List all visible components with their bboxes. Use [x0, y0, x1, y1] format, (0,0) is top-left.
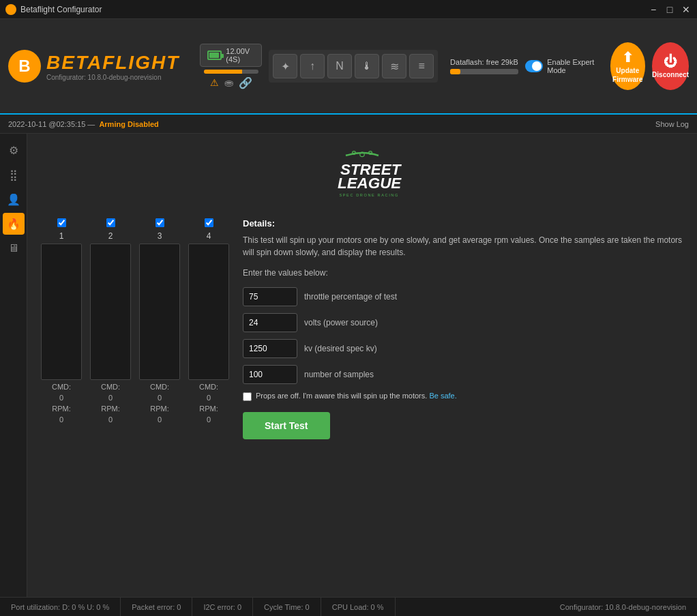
- samples-row: number of samples: [243, 365, 683, 384]
- sidebar-item-osd[interactable]: 🖥: [3, 237, 25, 259]
- battery-section: 12.00V (4S) ⚠ ⛂ 🔗: [200, 44, 262, 89]
- motor-3-checkbox[interactable]: [155, 218, 164, 227]
- sidebar: ⚙ ⣿ 👤 🔥 🖥: [0, 134, 27, 597]
- show-log-button[interactable]: Show Log: [655, 120, 689, 128]
- nav-more-btn[interactable]: ≡: [409, 54, 434, 78]
- disconnect-icon: ⏻: [664, 54, 677, 70]
- cpu-load: CPU Load: 0 %: [321, 598, 396, 616]
- motor-2-number: 2: [108, 231, 113, 241]
- close-button[interactable]: ✕: [681, 4, 692, 15]
- motors-wrapper: 1 CMD: 0 RPM: 0 2 CMD: 0 RPM: 0: [41, 218, 683, 439]
- battery-icon: [207, 50, 222, 60]
- motor-2-cmd-label: CMD:: [101, 383, 120, 391]
- motor-4-checkbox[interactable]: [205, 218, 213, 227]
- motor-3-bar: [139, 244, 180, 380]
- update-label: Update: [616, 67, 639, 74]
- motor-3-number: 3: [158, 231, 162, 241]
- firmware-label: Firmware: [612, 76, 642, 83]
- samples-input[interactable]: [243, 365, 297, 384]
- svg-text:LEAGUE: LEAGUE: [338, 175, 402, 192]
- motor-1-rpm-value: 0: [59, 415, 63, 424]
- parachute-icon: ⛂: [224, 76, 233, 89]
- motor-3-rpm-label: RPM:: [150, 405, 169, 413]
- motor-1-rpm-label: RPM:: [52, 405, 71, 413]
- sidebar-item-motors[interactable]: 🔥: [3, 213, 25, 235]
- sidebar-item-settings[interactable]: ⚙: [3, 139, 25, 161]
- props-checkbox-row: Props are off. I'm aware this will spin …: [243, 391, 683, 401]
- volts-row: volts (power source): [243, 313, 683, 332]
- battery-bar-fill: [204, 70, 242, 74]
- content-area: STREET LEAGUE SPEC DRONE RACING 1 CMD: 0…: [27, 134, 697, 597]
- logo-subtitle: Configurator: 10.8.0-debug-norevision: [46, 74, 179, 81]
- expert-mode-label: Enable Expert Mode: [547, 58, 596, 74]
- details-panel: Details: This test will spin up your mot…: [243, 218, 683, 439]
- nav-signal-btn[interactable]: ≋: [382, 54, 406, 78]
- props-off-checkbox[interactable]: [243, 392, 252, 401]
- minimize-button[interactable]: −: [648, 4, 659, 15]
- i2c-error: I2C error: 0: [192, 598, 253, 616]
- motor-1-number: 1: [59, 231, 64, 241]
- motor-4-cmd-label: CMD:: [199, 383, 218, 391]
- nav-icons: ✦ ↑ N 🌡 ≋ ≡: [269, 50, 438, 83]
- app-icon: [5, 4, 16, 15]
- toolbar: B BETAFLIGHT Configurator: 10.8.0-debug-…: [0, 19, 697, 115]
- nav-up-btn[interactable]: ↑: [300, 54, 325, 78]
- disconnect-button[interactable]: ⏻ Disconnect: [652, 42, 689, 90]
- motor-3-cmd-label: CMD:: [150, 383, 169, 391]
- kv-input[interactable]: [243, 339, 297, 358]
- motor-1-cmd-label: CMD:: [52, 383, 71, 391]
- expert-mode-toggle[interactable]: Enable Expert Mode: [525, 58, 596, 74]
- safe-text: Be safe.: [429, 392, 456, 400]
- motor-1-checkbox[interactable]: [57, 218, 66, 227]
- throttle-input[interactable]: [243, 287, 297, 306]
- battery-box: 12.00V (4S): [200, 44, 262, 67]
- motor-col-3: 3 CMD: 0 RPM: 0: [139, 218, 180, 439]
- logo-area: B BETAFLIGHT Configurator: 10.8.0-debug-…: [8, 50, 179, 83]
- motor-col-4: 4 CMD: 0 RPM: 0: [188, 218, 229, 439]
- street-league-svg: STREET LEAGUE SPEC DRONE RACING: [308, 147, 417, 202]
- window-title: Betaflight Configurator: [20, 5, 102, 14]
- street-league-logo: STREET LEAGUE SPEC DRONE RACING: [41, 147, 683, 202]
- cycle-time: Cycle Time: 0: [253, 598, 321, 616]
- volts-label: volts (power source): [304, 318, 378, 327]
- motor-col-2: 2 CMD: 0 RPM: 0: [90, 218, 131, 439]
- start-test-button[interactable]: Start Test: [243, 412, 330, 439]
- samples-label: number of samples: [304, 370, 374, 379]
- nav-propeller-btn[interactable]: ✦: [273, 54, 297, 78]
- dataflash-bar: [450, 69, 518, 74]
- main-layout: ⚙ ⣿ 👤 🔥 🖥 STREET LEAGUE SPEC DRONE RACI: [0, 134, 697, 597]
- toggle-switch[interactable]: [525, 60, 543, 72]
- motors-left: 1 CMD: 0 RPM: 0 2 CMD: 0 RPM: 0: [41, 218, 229, 439]
- details-title: Details:: [243, 218, 683, 229]
- throttle-label: throttle percentage of test: [304, 292, 397, 302]
- toggle-knob: [532, 61, 542, 71]
- update-icon: ⬆: [622, 49, 634, 65]
- kv-row: kv (desired spec kv): [243, 339, 683, 358]
- motor-2-checkbox[interactable]: [106, 218, 115, 227]
- status-bar: 2022-10-11 @02:35:15 — Arming Disabled S…: [0, 115, 697, 134]
- sidebar-item-ports[interactable]: ⣿: [3, 164, 25, 186]
- configurator-version: Configurator: 10.8.0-debug-norevision: [549, 598, 697, 616]
- packet-error: Packet error: 0: [121, 598, 192, 616]
- disconnect-label: Disconnect: [652, 71, 689, 78]
- update-firmware-button[interactable]: ⬆ Update Firmware: [610, 42, 646, 90]
- port-utilization: Port utilization: D: 0 % U: 0 %: [0, 598, 121, 616]
- battery-bar: [204, 70, 258, 74]
- svg-text:SPEC DRONE RACING: SPEC DRONE RACING: [339, 193, 399, 197]
- nav-antenna-btn[interactable]: N: [327, 54, 352, 78]
- bottom-bar: Port utilization: D: 0 % U: 0 % Packet e…: [0, 597, 697, 616]
- sidebar-item-configuration[interactable]: 👤: [3, 188, 25, 210]
- titlebar: Betaflight Configurator − □ ✕: [0, 0, 697, 19]
- motor-3-cmd-value: 0: [158, 394, 162, 402]
- motor-4-number: 4: [207, 231, 211, 241]
- window-controls: − □ ✕: [648, 4, 692, 15]
- motor-4-bar: [188, 244, 229, 380]
- dataflash-section: Dataflash: free 29kB: [450, 58, 518, 74]
- motor-col-1: 1 CMD: 0 RPM: 0: [41, 218, 82, 439]
- nav-temp-btn[interactable]: 🌡: [355, 54, 379, 78]
- volts-input[interactable]: [243, 313, 297, 332]
- maximize-button[interactable]: □: [664, 4, 675, 15]
- link-icon: 🔗: [239, 76, 252, 89]
- arming-status: Arming Disabled: [99, 120, 158, 128]
- props-label: Props are off. I'm aware this will spin …: [256, 391, 457, 401]
